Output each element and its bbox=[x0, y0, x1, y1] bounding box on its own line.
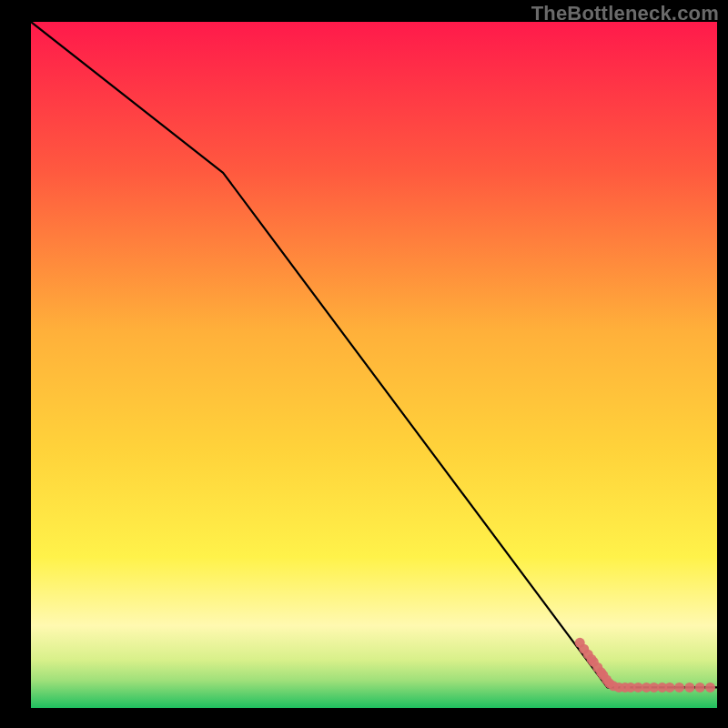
data-point bbox=[664, 682, 674, 693]
data-point bbox=[674, 682, 684, 693]
gradient-bg bbox=[31, 22, 717, 708]
chart-svg bbox=[31, 22, 717, 708]
data-point bbox=[695, 682, 705, 693]
watermark-text: TheBottleneck.com bbox=[531, 2, 719, 25]
chart-frame: TheBottleneck.com bbox=[0, 0, 728, 728]
data-point bbox=[684, 682, 694, 693]
data-point bbox=[705, 682, 715, 693]
plot-area bbox=[31, 22, 717, 708]
